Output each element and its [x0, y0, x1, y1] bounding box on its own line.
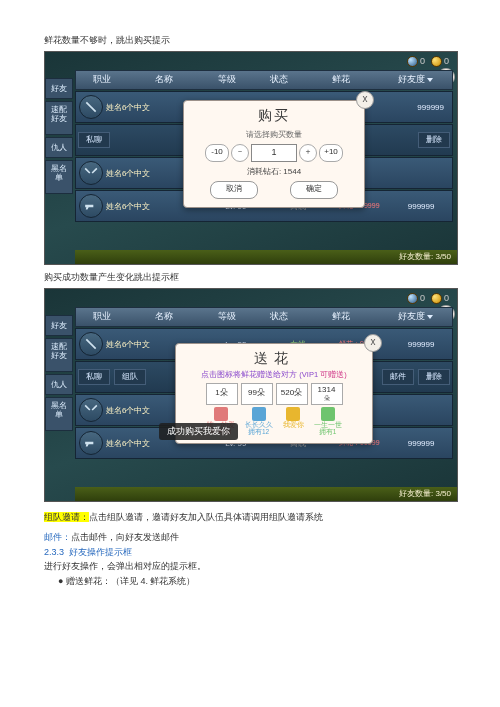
- gift-item-4[interactable]: 一生一世拥有1: [314, 407, 342, 435]
- plus-10-button[interactable]: +10: [319, 144, 343, 162]
- dialog-title: 购买: [194, 107, 354, 125]
- flower-icon: [252, 407, 266, 421]
- gift-option-1[interactable]: 1朵: [206, 383, 238, 405]
- job-avatar-axe: [79, 332, 103, 356]
- gold-icon: [431, 56, 442, 67]
- bouquet-icon: [321, 407, 335, 421]
- dialog-close-icon[interactable]: x: [356, 91, 374, 109]
- dialog-prompt: 请选择购买数量: [194, 129, 354, 140]
- gift-item-2[interactable]: 长长久久拥有12: [245, 407, 273, 435]
- col-job: 职业: [76, 311, 128, 323]
- gem-icon: [407, 293, 418, 304]
- purchase-dialog: x 购买 请选择购买数量 -10 － 1 ＋ +10 消耗钻石: 1544 取消…: [183, 100, 365, 208]
- tab-quickmatch[interactable]: 速配 好友: [45, 338, 73, 372]
- gem-icon: [407, 56, 418, 67]
- gem-amount: 0: [420, 293, 425, 303]
- col-job: 职业: [76, 74, 128, 86]
- game-screenshot-1: 0 0 x 好友 速配 好友 仇人 黑名单 职业 名称 等级 状态 鲜花 好友度…: [44, 51, 458, 265]
- friend-affinity: 999999: [417, 103, 444, 112]
- caption-1: 鲜花数量不够时，跳出购买提示: [44, 34, 456, 47]
- confirm-button[interactable]: 确定: [290, 181, 338, 199]
- team-invite-label: 组队邀请：: [44, 512, 89, 522]
- job-avatar-axe: [79, 95, 103, 119]
- chat-button[interactable]: 私聊: [78, 369, 110, 385]
- mail-button[interactable]: 邮件: [382, 369, 414, 385]
- minus-10-button[interactable]: -10: [205, 144, 229, 162]
- chat-button[interactable]: 私聊: [78, 132, 110, 148]
- col-name: 名称: [128, 311, 202, 323]
- gift-title: 送花: [186, 350, 362, 368]
- col-level: 等级: [201, 74, 253, 86]
- cancel-button[interactable]: 取消: [210, 181, 258, 199]
- job-avatar-swords: [79, 161, 103, 185]
- rose-icon: [214, 407, 228, 421]
- bullet-item: ● 赠送鲜花：（详见 4. 鲜花系统）: [58, 574, 456, 588]
- col-status: 状态: [253, 311, 305, 323]
- cost-label: 消耗钻石: 1544: [194, 166, 354, 177]
- job-avatar-gun: [79, 194, 103, 218]
- tab-enemy[interactable]: 仇人: [45, 374, 73, 395]
- gold-amount: 0: [444, 56, 449, 66]
- minus-button[interactable]: －: [231, 144, 249, 162]
- body-text: 组队邀请：点击组队邀请，邀请好友加入队伍具体请调用组队邀请系统 邮件：点击邮件，…: [44, 510, 456, 588]
- delete-button[interactable]: 删除: [418, 132, 450, 148]
- col-flower: 鲜花: [305, 74, 379, 86]
- job-avatar-gun: [79, 431, 103, 455]
- gift-option-520[interactable]: 520朵: [276, 383, 308, 405]
- tab-friends[interactable]: 好友: [45, 315, 73, 336]
- section-number: 2.3.3: [44, 547, 64, 557]
- tab-enemy[interactable]: 仇人: [45, 137, 73, 158]
- gift-option-99[interactable]: 99朵: [241, 383, 273, 405]
- caption-2: 购买成功数量产生变化跳出提示框: [44, 271, 456, 284]
- tab-blacklist[interactable]: 黑名单: [45, 160, 73, 194]
- plus-button[interactable]: ＋: [299, 144, 317, 162]
- friend-list-header: 职业 名称 等级 状态 鲜花 好友度: [75, 70, 453, 90]
- tab-quickmatch[interactable]: 速配 好友: [45, 101, 73, 135]
- gold-amount: 0: [444, 293, 449, 303]
- friend-affinity: 999999: [390, 439, 452, 448]
- friend-affinity: 999999: [390, 340, 452, 349]
- section-title: 好友操作提示框: [69, 547, 132, 557]
- gift-hint: 点击图标将鲜花赠送给对方 (VIP1 可赠送): [186, 370, 362, 380]
- col-affinity[interactable]: 好友度: [378, 311, 452, 323]
- friend-affinity: 999999: [390, 202, 452, 211]
- col-status: 状态: [253, 74, 305, 86]
- friend-count-footer: 好友数量: 3/50: [75, 250, 457, 264]
- currency-bar: 0 0: [45, 52, 457, 70]
- mail-label: 邮件：: [44, 532, 71, 542]
- job-avatar-swords: [79, 398, 103, 422]
- friend-list-header: 职业 名称 等级 状态 鲜花 好友度: [75, 307, 453, 327]
- currency-bar: 0 0: [45, 289, 457, 307]
- gift-item-3[interactable]: 我爱你: [283, 407, 304, 435]
- gold-icon: [431, 293, 442, 304]
- gift-option-1314[interactable]: 1314朵: [311, 383, 343, 405]
- quantity-input[interactable]: 1: [251, 144, 297, 162]
- dialog-close-icon[interactable]: x: [364, 334, 382, 352]
- section-line: 进行好友操作，会弹出相对应的提示框。: [44, 559, 456, 573]
- delete-button[interactable]: 删除: [418, 369, 450, 385]
- team-button[interactable]: 组队: [114, 369, 146, 385]
- gem-amount: 0: [420, 56, 425, 66]
- col-level: 等级: [201, 311, 253, 323]
- game-screenshot-2: 0 0 x 好友 速配 好友 仇人 黑名单 职业 名称 等级 状态 鲜花 好友度…: [44, 288, 458, 502]
- tab-blacklist[interactable]: 黑名单: [45, 397, 73, 431]
- col-flower: 鲜花: [305, 311, 379, 323]
- friend-count-footer: 好友数量: 3/50: [75, 487, 457, 501]
- col-name: 名称: [128, 74, 202, 86]
- heart-icon: [286, 407, 300, 421]
- col-affinity[interactable]: 好友度: [378, 74, 452, 86]
- tab-friends[interactable]: 好友: [45, 78, 73, 99]
- success-toast: 成功购买我爱你: [159, 423, 238, 440]
